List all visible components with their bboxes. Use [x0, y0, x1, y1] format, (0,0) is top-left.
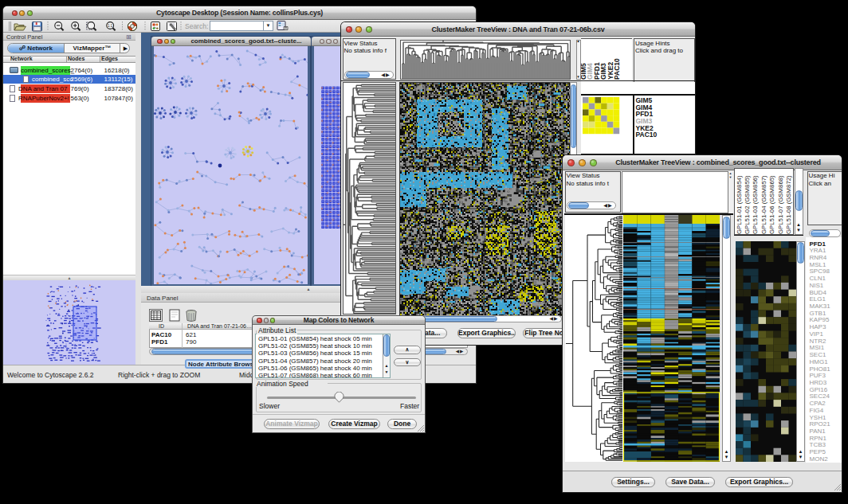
svg-text:PAC10: PAC10 — [613, 58, 621, 80]
svg-text:GPL51-01 (GSM854): GPL51-01 (GSM854) — [735, 175, 742, 234]
svg-text:GPL51-07 (GSM868): GPL51-07 (GSM868) — [776, 175, 783, 234]
svg-text:GPL51-06 (GSM865): GPL51-06 (GSM865) — [768, 175, 775, 234]
svg-text:GPL51-02 (GSM855): GPL51-02 (GSM855) — [743, 175, 750, 234]
svg-text:GPL51-08 (GSM872): GPL51-08 (GSM872) — [784, 175, 791, 234]
svg-text:GPL51-04 (GSM857): GPL51-04 (GSM857) — [760, 175, 767, 234]
svg-text:GPL51-03 (GSM856): GPL51-03 (GSM856) — [752, 175, 759, 234]
svg-text:1:1: 1:1 — [108, 24, 113, 28]
